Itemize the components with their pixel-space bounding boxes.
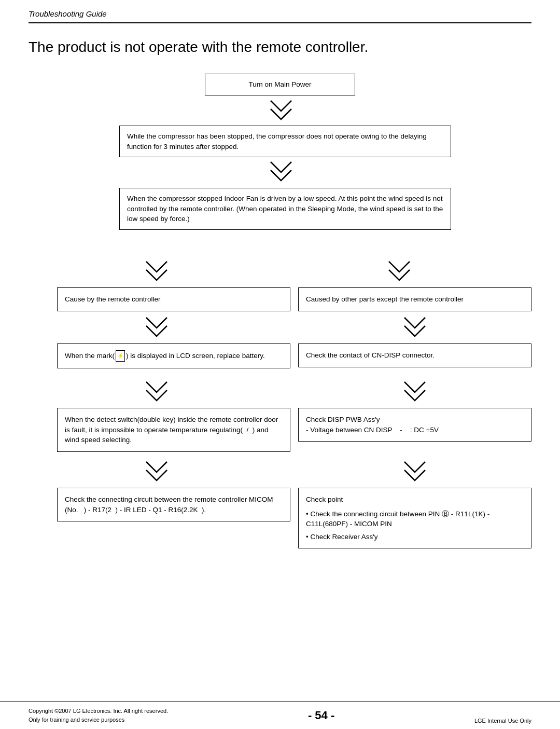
battery-icon: ⚡ — [116, 350, 125, 362]
check-point-bullet-1: • Check the connecting circuit between P… — [306, 509, 524, 529]
arrow-6-left — [144, 461, 170, 483]
box-connecting-circuit: Check the connecting circuit between the… — [57, 488, 290, 521]
box-cn-disp: Check the contact of CN-DISP connector. — [298, 343, 531, 367]
footer-internal: LGE Internal Use Only — [474, 718, 531, 724]
footer: Copyright ©2007 LG Electronics. Inc. All… — [0, 701, 560, 729]
flowchart: Turn on Main Power While the compressor … — [29, 74, 531, 644]
box-disp-pwb: Check DISP PWB Ass'y- Voltage between CN… — [298, 408, 531, 442]
footer-copyright: Copyright ©2007 LG Electronics. Inc. All… — [29, 707, 168, 724]
arrow-3-right — [386, 260, 412, 282]
box-check-point: Check point • Check the connecting circu… — [298, 488, 531, 548]
arrow-1 — [268, 100, 294, 121]
page-title: The product is not operate with the remo… — [29, 39, 531, 56]
box-turn-on-power: Turn on Main Power — [205, 74, 355, 95]
arrow-4-left — [144, 317, 170, 338]
arrow-2 — [268, 161, 294, 183]
check-point-title: Check point — [306, 494, 524, 505]
header: Troubleshooting Guide — [29, 0, 531, 23]
arrow-3-left — [144, 260, 170, 282]
arrow-6-right — [402, 461, 428, 483]
box-lcd-battery: When the mark(⚡) is displayed in LCD scr… — [57, 343, 290, 368]
box-indoor-fan: When the compressor stopped Indoor Fan i… — [119, 188, 451, 230]
arrow-5-right — [402, 381, 428, 403]
box-cause-other: Caused by other parts except the remote … — [298, 287, 531, 311]
page: Troubleshooting Guide The product is not… — [0, 0, 560, 729]
page-number: - 54 - — [308, 709, 334, 722]
box-detect-switch: When the detect switch(double key) insid… — [57, 408, 290, 452]
header-title: Troubleshooting Guide — [29, 9, 107, 18]
box-compressor-delay: While the compressor has been stopped, t… — [119, 126, 451, 157]
check-point-bullet-2: • Check Receiver Ass'y — [306, 532, 524, 542]
arrow-4-right — [402, 317, 428, 338]
box-cause-remote: Cause by the remote controller — [57, 287, 290, 311]
arrow-5-left — [144, 381, 170, 403]
